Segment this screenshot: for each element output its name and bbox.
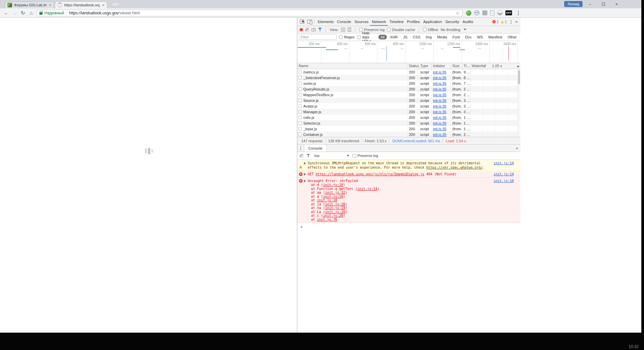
stack-frame-link[interactable]: init.js:20 bbox=[325, 210, 345, 214]
column-header-name[interactable]: Name bbox=[297, 63, 408, 69]
maximize-button[interactable] bbox=[597, 0, 610, 8]
stack-frame-link[interactable]: init.js:10 bbox=[323, 195, 343, 198]
initiator-link[interactable]: init.js:35 bbox=[433, 110, 446, 114]
network-request-row[interactable]: _base.js200scriptinit.js:35(from...1 ... bbox=[297, 126, 520, 132]
initiator-link[interactable]: init.js:35 bbox=[433, 133, 446, 137]
stack-frame-link[interactable]: init.js:14 bbox=[357, 187, 377, 191]
column-header-status[interactable]: Status bbox=[408, 63, 419, 69]
device-toolbar-icon[interactable] bbox=[306, 18, 313, 25]
profile-chip[interactable]: Леонид bbox=[564, 1, 583, 7]
devtools-tab-elements[interactable]: Elements bbox=[316, 18, 335, 26]
initiator-link[interactable]: init.js:35 bbox=[433, 127, 446, 131]
initiator-link[interactable]: init.js:35 bbox=[433, 70, 446, 74]
regex-checkbox[interactable] bbox=[339, 35, 343, 39]
stack-frame-link[interactable]: init.js:20 bbox=[323, 214, 343, 217]
extension-page-icon[interactable] bbox=[490, 10, 494, 15]
back-icon[interactable]: ← bbox=[2, 9, 10, 17]
hide-data-urls-checkbox[interactable] bbox=[357, 35, 361, 39]
devtools-tab-application[interactable]: Application bbox=[422, 18, 444, 26]
network-request-row[interactable]: metrics.js200scriptinit.js:35(from...9 .… bbox=[297, 69, 520, 75]
forward-icon[interactable]: → bbox=[10, 9, 19, 17]
tab-gislab[interactable]: Форумы GIS-Lab.info • Г × bbox=[5, 1, 54, 8]
network-request-row[interactable]: Manager.js200scriptinit.js:35(from...3 .… bbox=[297, 109, 520, 115]
drawer-menu-icon[interactable]: ⋮ bbox=[297, 145, 304, 152]
console-filter-icon[interactable] bbox=[306, 154, 310, 158]
message-source-link[interactable]: init.js:14 bbox=[494, 172, 514, 176]
collapse-arrow-icon[interactable] bbox=[304, 180, 306, 182]
taskbar[interactable]: 10:32 bbox=[0, 333, 644, 350]
column-header-size[interactable]: Size bbox=[451, 63, 462, 69]
devtools-tab-security[interactable]: Security bbox=[444, 18, 461, 26]
security-label[interactable]: Надежный bbox=[44, 11, 64, 15]
scrollbar-thumb[interactable] bbox=[518, 70, 520, 84]
error-url-link[interactable]: https://landsatlook.usgs.gov/js/nls/ru/I… bbox=[316, 172, 424, 176]
network-request-row[interactable]: cells.js200scriptinit.js:35(from...1 ... bbox=[297, 115, 520, 120]
clear-icon[interactable] bbox=[305, 28, 309, 31]
filter-pill-other[interactable]: Other bbox=[505, 35, 519, 39]
home-icon[interactable]: ⌂ bbox=[27, 9, 35, 17]
filter-pill-js[interactable]: JS bbox=[401, 35, 410, 39]
tab-close-icon[interactable]: × bbox=[49, 3, 51, 7]
devtools-tab-profiles[interactable]: Profiles bbox=[406, 18, 422, 26]
record-icon[interactable] bbox=[300, 28, 303, 31]
devtools-tab-console[interactable]: Console bbox=[335, 18, 353, 26]
throttling-dropdown[interactable]: No throttling bbox=[441, 28, 466, 32]
expand-arrow-icon[interactable] bbox=[304, 162, 306, 165]
filter-pill-manifest[interactable]: Manifest bbox=[486, 35, 504, 39]
view-list-icon[interactable] bbox=[347, 28, 351, 32]
filter-pill-all[interactable]: All bbox=[378, 35, 386, 39]
devtools-tab-network[interactable]: Network bbox=[370, 18, 387, 26]
network-request-row[interactable]: Container.js200scriptinit.js:35(from...2… bbox=[297, 132, 520, 137]
console-prompt[interactable]: > bbox=[297, 223, 520, 229]
expand-arrow-icon[interactable] bbox=[304, 173, 306, 176]
tab-close-icon[interactable]: × bbox=[102, 3, 105, 7]
initiator-link[interactable]: init.js:35 bbox=[433, 121, 446, 125]
filter-pill-ws[interactable]: WS bbox=[475, 35, 485, 39]
initiator-link[interactable]: init.js:35 bbox=[433, 76, 446, 80]
extension-circle-icon[interactable] bbox=[497, 10, 502, 15]
column-header-waterfall[interactable]: Waterfall1.00 s bbox=[470, 63, 520, 69]
browser-menu-icon[interactable]: ⋮ bbox=[515, 10, 522, 16]
warning-spec-link[interactable]: https://xhr.spec.whatwg.org/ bbox=[426, 166, 483, 169]
initiator-link[interactable]: init.js:35 bbox=[433, 104, 446, 108]
filter-funnel-icon[interactable] bbox=[318, 28, 322, 31]
network-overview[interactable]: 200 ms400 ms600 ms800 ms1000 ms1200 ms14… bbox=[297, 41, 520, 63]
extension-gray-icon[interactable] bbox=[482, 10, 487, 15]
devtools-tab-sources[interactable]: Sources bbox=[353, 18, 370, 26]
devtools-tab-timeline[interactable]: Timeline bbox=[388, 18, 406, 26]
new-tab-button[interactable] bbox=[111, 2, 121, 7]
column-header-type[interactable]: Type bbox=[419, 63, 432, 69]
stack-frame-link[interactable]: init.js:28 bbox=[325, 202, 345, 206]
filter-pill-img[interactable]: Img bbox=[424, 35, 434, 39]
console-preserve-log-checkbox[interactable] bbox=[352, 154, 356, 158]
stack-frame-link[interactable]: init.js:10 bbox=[323, 183, 343, 187]
network-request-row[interactable]: Selector.js200scriptinit.js:35(from...1 … bbox=[297, 120, 520, 126]
address-bar[interactable]: Надежный | https://landsatlook.usgs.gov/… bbox=[36, 10, 463, 16]
disable-cache-checkbox[interactable] bbox=[387, 28, 390, 31]
error-count-badge[interactable]: ×2 bbox=[492, 20, 499, 24]
filter-pill-xhr[interactable]: XHR bbox=[388, 35, 400, 39]
column-header-time[interactable]: Ti... bbox=[462, 63, 470, 69]
extension-globe-icon[interactable] bbox=[474, 10, 479, 15]
secure-lock-icon[interactable] bbox=[39, 12, 42, 15]
devtools-menu-icon[interactable]: ⋮ bbox=[509, 19, 513, 24]
stack-frame-link[interactable]: init.js:10 bbox=[317, 198, 337, 202]
extension-globe-green-icon[interactable] bbox=[466, 10, 471, 16]
initiator-link[interactable]: init.js:35 bbox=[433, 81, 446, 85]
network-request-row[interactable]: sorter.js200scriptinit.js:35(from...7 ..… bbox=[297, 80, 520, 86]
inspect-element-icon[interactable] bbox=[298, 18, 306, 25]
warning-count-badge[interactable]: 1 bbox=[501, 20, 507, 24]
network-request-row[interactable]: MappedTextBox.js200scriptinit.js:35(from… bbox=[297, 92, 520, 98]
network-request-row[interactable]: Source.js200scriptinit.js:35(from...3 ..… bbox=[297, 98, 520, 103]
network-request-row[interactable]: QueryResults.js200scriptinit.js:35(from.… bbox=[297, 86, 520, 92]
column-header-initiator[interactable]: Initiator bbox=[432, 63, 451, 69]
drawer-close-icon[interactable]: × bbox=[515, 146, 518, 151]
offline-checkbox[interactable] bbox=[423, 28, 427, 31]
initiator-link[interactable]: init.js:35 bbox=[433, 116, 446, 120]
filmstrip-camera-icon[interactable] bbox=[311, 28, 316, 31]
initiator-link[interactable]: init.js:35 bbox=[433, 87, 446, 91]
message-source-link[interactable]: init.js:10 bbox=[494, 179, 514, 183]
tab-landsatlook[interactable]: https://landsatlook.usgs... × bbox=[55, 1, 107, 8]
initiator-link[interactable]: init.js:35 bbox=[433, 93, 446, 97]
filter-input[interactable] bbox=[299, 34, 337, 40]
